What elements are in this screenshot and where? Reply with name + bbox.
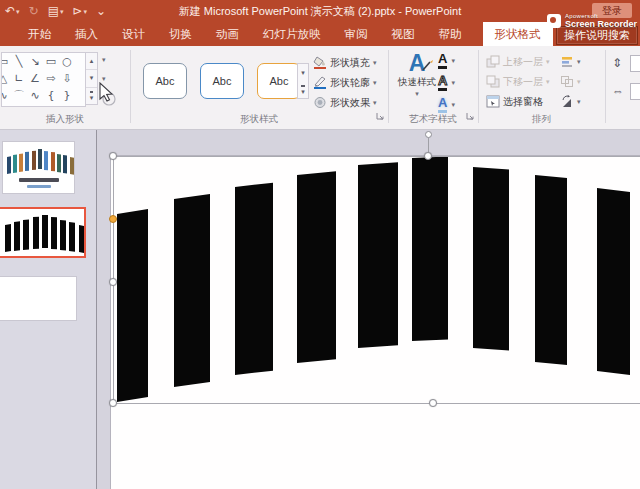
bring-forward-button[interactable]: 上移一层▾ (486, 53, 550, 70)
thumbnail-bar (79, 225, 84, 253)
insert-shapes-gallery[interactable]: ▭╲↘▭○△∟∠⇨⇩∿⌒∿{} (1, 52, 86, 107)
right-brace-icon[interactable]: } (59, 87, 75, 104)
mouse-cursor (96, 82, 118, 108)
text-effects-icon: A (438, 97, 447, 113)
slide-bar-3[interactable] (235, 183, 273, 375)
rotation-handle[interactable] (425, 131, 432, 138)
quick-styles-button[interactable]: A 快速样式 ▾ (396, 51, 438, 97)
scribble-partial-icon[interactable]: ∿ (1, 87, 11, 104)
slide-thumbnail-panel (0, 130, 97, 489)
left-brace-icon[interactable]: { (43, 87, 59, 104)
tab-transitions[interactable]: 切换 (157, 22, 204, 46)
tab-home[interactable]: 开始 (16, 22, 63, 46)
send-backward-button[interactable]: 下移一层▾ (486, 73, 550, 90)
rotate-button[interactable]: ▾ (560, 93, 581, 110)
selection-resize-handle[interactable] (429, 399, 437, 407)
shape-adjust-handle[interactable] (109, 215, 117, 223)
tab-view[interactable]: 视图 (380, 22, 427, 46)
shape-styles-more-button[interactable]: ▾ (298, 81, 308, 98)
slide-bar-6[interactable] (412, 156, 448, 341)
text-box-button[interactable]: A ▾ (100, 75, 106, 82)
screen-recorder-watermark: Apowersoft Screen Recorder (547, 13, 637, 29)
rectangle-partial-icon[interactable]: ▭ (1, 53, 11, 70)
slide-thumbnail-3[interactable] (0, 276, 77, 321)
selection-pane-button[interactable]: 选择窗格 (486, 93, 543, 110)
selection-resize-handle[interactable] (424, 152, 432, 160)
slideshow-button[interactable]: ▤▾ (48, 5, 64, 17)
thumbnail-bar (5, 224, 11, 252)
slide-bar-4[interactable] (297, 171, 336, 363)
down-arrow-icon[interactable]: ⇩ (59, 70, 75, 87)
text-effects-button[interactable]: A▾ (438, 96, 455, 113)
powerpoint-window: ↶▾↻▤▾⊳▾⌄ 新建 Microsoft PowerPoint 演示文稿 (2… (0, 0, 640, 489)
edit-shape-button[interactable]: ▾ (100, 56, 106, 63)
shape-outline-button[interactable]: 形状轮廓▾ (313, 74, 377, 91)
text-fill-button[interactable]: A▾ (438, 52, 455, 69)
shape-styles-scroll-down-button[interactable]: ▾ (298, 64, 308, 81)
thumbnail-bar (60, 220, 66, 251)
shape-fill-button[interactable]: 形状填充▾ (313, 54, 377, 71)
bring-forward-icon (486, 55, 500, 68)
arrow-line-icon[interactable]: ↘ (27, 53, 43, 70)
tab-animations[interactable]: 动画 (204, 22, 251, 46)
selection-resize-handle[interactable] (109, 278, 117, 286)
slide-thumbnail-2-selected[interactable] (0, 207, 86, 258)
slide-bar-5[interactable] (358, 162, 398, 348)
shape-effects-button[interactable]: 形状效果▾ (313, 94, 377, 111)
tab-help[interactable]: 帮助 (427, 22, 474, 46)
undo-button[interactable]: ↶▾ (5, 5, 20, 17)
slide-bar-8[interactable] (535, 175, 567, 365)
thumbnail-bar (33, 217, 39, 249)
thumbnail-title-line (19, 178, 59, 182)
triangle-partial-icon[interactable]: △ (1, 70, 11, 87)
tab-design[interactable]: 设计 (110, 22, 157, 46)
group-objects-button[interactable]: ▾ (560, 73, 581, 90)
arc-icon[interactable]: ⌒ (11, 87, 27, 104)
shape-height-input[interactable] (630, 55, 640, 72)
shape-style-preview-3[interactable]: Abc (257, 63, 301, 99)
elbow-connector-icon[interactable]: ∟ (11, 70, 27, 87)
slide-bar-1[interactable] (117, 209, 148, 402)
tab-insert[interactable]: 插入 (63, 22, 110, 46)
text-fill-icon: A (438, 53, 447, 69)
tab-slideshow[interactable]: 幻灯片放映 (251, 22, 333, 46)
slide-thumbnail-1[interactable] (2, 141, 75, 194)
touch-mode-button[interactable]: ⊳▾ (73, 5, 88, 17)
group-objects-icon (560, 75, 574, 88)
selection-resize-handle[interactable] (109, 152, 117, 160)
shape-style-preview-1[interactable]: Abc (143, 63, 187, 99)
align-button[interactable]: ▾ (560, 53, 581, 70)
slide-bar-9[interactable] (597, 188, 630, 375)
shape-effects-icon (313, 96, 327, 109)
tab-review[interactable]: 审阅 (333, 22, 380, 46)
shape-style-preview-2[interactable]: Abc (200, 63, 244, 99)
qat-customize-button[interactable]: ⌄ (96, 5, 106, 17)
watermark-name: Screen Recorder (565, 20, 637, 29)
oval-icon[interactable]: ○ (59, 53, 75, 70)
wordart-group-label: 艺术字样式 (388, 113, 478, 126)
shape-width-input[interactable] (630, 83, 640, 100)
thumbnail-bar (19, 153, 23, 172)
thumbnail-bar (7, 156, 11, 174)
elbow-arrow-icon[interactable]: ∠ (27, 70, 43, 87)
shape-outline-icon (313, 76, 327, 89)
gallery-scroll-up-button[interactable]: ▴ (86, 53, 97, 70)
text-outline-button[interactable]: A▾ (438, 74, 455, 91)
redo-button[interactable]: ↻ (29, 5, 39, 17)
rotate-icon (560, 95, 574, 108)
ribbon-tab-row: 开始插入设计切换动画幻灯片放映审阅视图帮助形状格式 操作说明搜索 (0, 22, 640, 46)
insert-shapes-group-label: 插入形状 (0, 113, 130, 126)
thumbnail-bar (14, 221, 20, 250)
selection-resize-handle[interactable] (109, 399, 117, 407)
line-icon[interactable]: ╲ (11, 53, 27, 70)
shape-width-icon: ⇔ (612, 84, 624, 98)
thumbnail-bar (63, 155, 67, 173)
window-title: 新建 Microsoft PowerPoint 演示文稿 (2).pptx - … (120, 0, 520, 22)
right-arrow-icon[interactable]: ⇨ (43, 70, 59, 87)
rectangle-icon[interactable]: ▭ (43, 53, 59, 70)
slide-bar-2[interactable] (174, 194, 210, 387)
thumbnail-bar (57, 154, 61, 173)
curve-icon[interactable]: ∿ (27, 87, 43, 104)
slide-bar-7[interactable] (473, 167, 509, 351)
shape-styles-scrollbar[interactable]: ▾ ▾ (297, 63, 309, 99)
